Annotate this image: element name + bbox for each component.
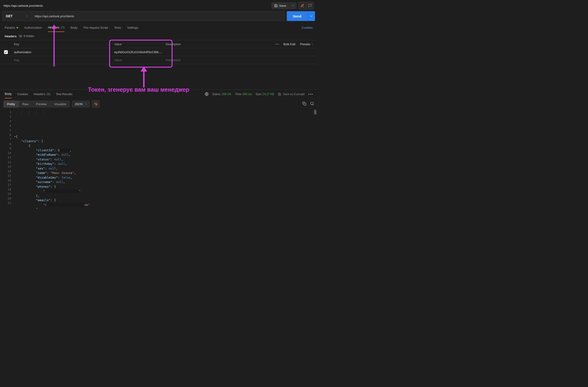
annotation-arrow-up-short [139, 66, 148, 87]
view-pretty[interactable]: Pretty [3, 101, 19, 108]
view-raw[interactable]: Raw [19, 101, 32, 108]
save-options-button[interactable] [289, 2, 296, 9]
copy-icon [302, 102, 306, 106]
tab-headers-label: Headers [48, 26, 60, 29]
view-preview[interactable]: Preview [32, 101, 50, 108]
header-value-input[interactable]: Value [110, 58, 162, 62]
chevron-down-icon [311, 43, 314, 45]
header-key-input[interactable]: authorization [12, 50, 110, 54]
tab-params-label: Params [5, 26, 15, 29]
wrap-icon [94, 102, 98, 106]
eye-icon [19, 35, 22, 38]
params-indicator [17, 27, 18, 28]
tab-settings[interactable]: Settings [127, 23, 138, 32]
header-key-input[interactable]: Key [12, 58, 110, 62]
tab-prerequest[interactable]: Pre-request Script [84, 23, 108, 32]
hidden-headers-toggle[interactable]: 6 hidden [19, 35, 34, 38]
breadcrumb: https://api.carbook.pro/clients [3, 4, 43, 7]
col-description: Description [166, 42, 181, 46]
comment-icon [308, 4, 312, 7]
save-icon [274, 4, 278, 7]
view-visualize[interactable]: Visualize [50, 101, 70, 108]
tab-headers[interactable]: Headers (7) [48, 23, 64, 32]
headers-label: Headers [5, 35, 17, 38]
chevron-down-icon [26, 15, 28, 18]
resp-headers-count: (9) [47, 92, 50, 96]
chevron-down-icon [310, 15, 313, 18]
method-value: GET [6, 14, 13, 18]
col-value: Value [110, 42, 162, 46]
svg-point-0 [20, 36, 21, 37]
search-button[interactable] [310, 102, 314, 106]
headers-count: (7) [61, 26, 64, 29]
time-block: Time: 693 ms [235, 93, 252, 96]
col-key: Key [12, 42, 110, 46]
presets-button[interactable]: Presets [300, 42, 314, 46]
header-value-input[interactable]: eyJhbGciOiJIUzI1NiIsInR5cCI6Ik… [110, 50, 162, 54]
header-more-icon[interactable] [275, 44, 279, 44]
copy-button[interactable] [302, 102, 306, 106]
send-options-button[interactable] [308, 11, 315, 21]
response-type-select[interactable]: JSON [72, 101, 90, 108]
save-label: Save [279, 4, 286, 7]
svg-point-10 [311, 102, 313, 105]
search-icon [310, 102, 314, 106]
url-input[interactable]: https://api.carbook.pro/clients [32, 11, 285, 21]
tab-resp-cookies[interactable]: Cookies [17, 90, 28, 98]
tab-resp-results[interactable]: Test Results [56, 90, 72, 98]
edit-button[interactable] [299, 2, 306, 9]
presets-label: Presets [300, 42, 310, 46]
tab-resp-headers[interactable]: Headers (9) [34, 90, 50, 98]
cookies-link[interactable]: Cookies [302, 26, 313, 29]
tab-resp-headers-label: Headers [34, 92, 45, 96]
save-button[interactable]: Save [271, 2, 289, 9]
svg-rect-9 [304, 103, 306, 105]
wrap-lines-button[interactable] [92, 100, 100, 108]
svg-line-11 [313, 104, 314, 105]
line-gutter: 123456789101112131415161718192021 [0, 109, 14, 203]
chevron-down-icon [292, 4, 294, 7]
tab-resp-body[interactable]: Body [5, 90, 12, 98]
tab-params[interactable]: Params [5, 23, 18, 32]
save-as-example-button[interactable]: Save as Example [278, 93, 305, 96]
pencil-icon [300, 4, 304, 7]
header-enabled-checkbox[interactable] [4, 50, 8, 54]
svg-marker-4 [141, 66, 147, 72]
header-row: authorization eyJhbGciOiJIUzI1NiIsInR5cC… [0, 48, 317, 56]
response-type-value: JSON [75, 102, 83, 106]
save-icon [278, 93, 281, 96]
tab-authorization[interactable]: Authorization [24, 23, 42, 32]
size-block: Size: 24.27 KB [255, 93, 274, 96]
tab-tests[interactable]: Tests [114, 23, 121, 32]
chevron-down-icon [85, 103, 87, 105]
header-row-new: Key Value Description [0, 56, 317, 64]
status-block: Status: 200 OK [212, 93, 231, 96]
header-desc-input[interactable]: Description [162, 58, 317, 62]
response-more-button[interactable] [309, 94, 313, 95]
method-select[interactable]: GET [2, 11, 32, 21]
scrollbar-thumb[interactable] [314, 110, 316, 114]
send-button[interactable]: Send [287, 11, 308, 21]
network-icon[interactable] [205, 92, 209, 96]
bulk-edit-button[interactable]: Bulk Edit [284, 42, 295, 46]
tab-body[interactable]: Body [71, 23, 78, 32]
save-as-example-label: Save as Example [283, 93, 305, 96]
response-body[interactable]: 123456789101112131415161718192021 ▾{ "cl… [0, 109, 317, 203]
hidden-count: 6 hidden [23, 35, 34, 38]
comment-button[interactable] [306, 2, 314, 9]
check-icon [4, 51, 7, 54]
